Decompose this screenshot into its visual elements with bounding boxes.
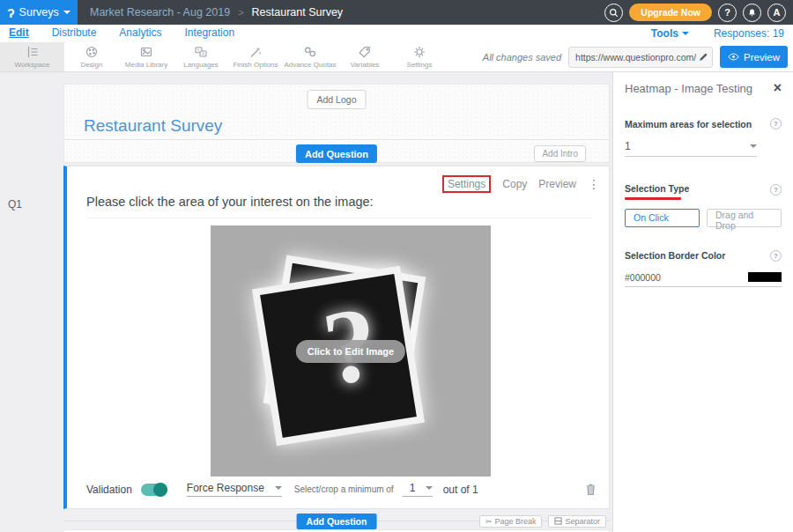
gear-icon: [412, 45, 426, 59]
tools-menu[interactable]: Tools: [651, 27, 689, 40]
border-color-field[interactable]: #000000: [625, 272, 782, 287]
toolbar-item-workspace[interactable]: Workspace: [0, 42, 64, 71]
preview-label: Preview: [744, 52, 780, 63]
selection-type-drag-drop-button[interactable]: Drag and Drop: [707, 209, 782, 227]
add-question-button-bottom[interactable]: Add Question: [297, 514, 377, 529]
survey-url[interactable]: https://www.questionpro.com/t/APNrFZ: [575, 52, 696, 63]
notifications-bell-icon[interactable]: [743, 4, 761, 22]
toolbar-item-settings[interactable]: Settings: [392, 42, 447, 71]
upgrade-now-button[interactable]: Upgrade Now: [629, 4, 712, 21]
preview-button[interactable]: Preview: [720, 46, 788, 68]
tab-analytics[interactable]: Analytics: [119, 26, 161, 41]
separator-icon: [554, 517, 562, 527]
max-areas-select[interactable]: 1: [625, 140, 757, 157]
toolbar-item-design[interactable]: Design: [64, 42, 119, 71]
chevron-down-icon: [63, 11, 70, 14]
surveys-menu[interactable]: ʔ Surveys: [0, 0, 78, 25]
click-to-edit-image-button[interactable]: Click to Edit Image: [296, 340, 405, 363]
validation-row: Validation Force Response Select/crop a …: [86, 482, 597, 497]
breadcrumb: Market Research - Aug 2019 > Restaurant …: [90, 6, 343, 18]
question-text-underline: [86, 218, 592, 218]
min-selection-dropdown[interactable]: 1: [403, 482, 433, 497]
breadcrumb-current: Restaurant Survey: [252, 6, 344, 18]
selection-type-label: Selection Type: [625, 183, 689, 194]
add-question-button-top[interactable]: Add Question: [296, 144, 377, 163]
toolbar-item-label: Finish Options: [233, 61, 278, 69]
validation-rule-dropdown[interactable]: Force Response: [187, 482, 282, 497]
add-question-strip: Add Question ✂ Page Break Separator: [63, 514, 610, 529]
top-header: ʔ Surveys Market Research - Aug 2019 > R…: [0, 0, 793, 25]
delete-question-trash-icon[interactable]: [585, 483, 597, 496]
question-more-menu-icon[interactable]: ⋮: [588, 178, 600, 190]
toolbar-item-finish-options[interactable]: Finish Options: [228, 42, 283, 71]
question-settings-panel: Heatmap - Image Testing × Maximum areas …: [612, 72, 793, 532]
search-icon[interactable]: [604, 4, 623, 22]
divider: [64, 139, 609, 140]
help-icon[interactable]: ?: [770, 118, 782, 129]
workspace-icon: [26, 45, 40, 59]
separator-button[interactable]: Separator: [548, 515, 606, 528]
tab-integration[interactable]: Integration: [184, 26, 234, 41]
tools-label: Tools: [651, 27, 678, 40]
section-nav: Edit Distribute Analytics Integration To…: [0, 25, 793, 42]
close-icon[interactable]: ×: [774, 81, 782, 95]
breadcrumb-separator: >: [238, 7, 243, 18]
account-avatar[interactable]: A: [767, 4, 786, 22]
add-logo-button[interactable]: Add Logo: [308, 90, 367, 109]
max-areas-value: 1: [625, 140, 631, 152]
header-actions: Upgrade Now ? A: [604, 4, 793, 22]
chevron-down-icon: [750, 144, 757, 148]
help-icon[interactable]: ?: [718, 4, 737, 22]
question-code: Q1: [8, 198, 22, 211]
scissors-icon: ✂: [485, 517, 493, 526]
page-break-button[interactable]: ✂ Page Break: [479, 515, 543, 528]
min-selection-prefix: Select/crop a minimum of: [294, 484, 394, 494]
toolbar-item-media-library[interactable]: Media Library: [119, 42, 174, 71]
help-icon[interactable]: ?: [770, 250, 782, 262]
editor-toolbar: Workspace Design Media Library xA Langua…: [0, 42, 793, 72]
question-text[interactable]: Please click the area of your interest o…: [86, 195, 374, 209]
links-icon: [303, 45, 317, 59]
toolbar-item-languages[interactable]: xA Languages: [174, 42, 228, 71]
palette-icon: [85, 45, 99, 59]
tag-icon: [358, 45, 372, 59]
tab-distribute[interactable]: Distribute: [52, 26, 97, 41]
question-settings-button[interactable]: Settings: [442, 175, 491, 193]
help-icon[interactable]: ?: [770, 184, 782, 196]
question-copy-button[interactable]: Copy: [502, 178, 527, 190]
validation-toggle[interactable]: [141, 484, 167, 496]
app-window: ʔ Surveys Market Research - Aug 2019 > R…: [0, 0, 793, 532]
toolbar-item-label: Media Library: [125, 61, 167, 69]
eye-icon: [728, 52, 739, 63]
add-intro-button[interactable]: Add Intro: [534, 145, 586, 162]
annotation-red-underline: [625, 197, 681, 200]
border-color-swatch[interactable]: [748, 272, 782, 282]
chevron-down-icon: [426, 486, 433, 490]
border-color-label: Selection Border Color: [625, 250, 725, 261]
wand-icon: [248, 45, 263, 59]
question-preview-button[interactable]: Preview: [538, 178, 576, 190]
selection-type-on-click-button[interactable]: On Click: [625, 209, 700, 227]
toolbar-item-label: Advance Quotas: [284, 61, 336, 69]
toolbar-item-label: Languages: [183, 61, 219, 69]
survey-title[interactable]: Restaurant Survey: [84, 116, 222, 136]
svg-text:A: A: [202, 52, 204, 56]
border-color-value[interactable]: #000000: [625, 272, 661, 283]
image-icon: [139, 45, 153, 59]
chevron-down-icon: [275, 486, 282, 490]
survey-url-field[interactable]: https://www.questionpro.com/t/APNrFZ: [568, 47, 713, 68]
survey-header-panel: Add Logo Restaurant Survey Add Question …: [63, 84, 610, 163]
responses-count[interactable]: Responses: 19: [714, 27, 784, 40]
panel-title: Heatmap - Image Testing: [625, 82, 752, 95]
toolbar-item-variables[interactable]: Variables: [337, 42, 392, 71]
page-break-label: Page Break: [494, 517, 536, 526]
chevron-down-icon: [682, 32, 689, 35]
toolbar-item-advance-quotas[interactable]: Advance Quotas: [283, 42, 337, 71]
breadcrumb-parent[interactable]: Market Research - Aug 2019: [90, 6, 230, 18]
heatmap-image-placeholder[interactable]: ? Click to Edit Image: [211, 225, 491, 477]
edit-url-pencil-icon[interactable]: [698, 52, 708, 63]
tab-edit[interactable]: Edit: [9, 26, 29, 41]
validation-rule-value: Force Response: [187, 482, 264, 494]
separator-label: Separator: [565, 517, 600, 526]
min-selection-value: 1: [410, 482, 416, 494]
